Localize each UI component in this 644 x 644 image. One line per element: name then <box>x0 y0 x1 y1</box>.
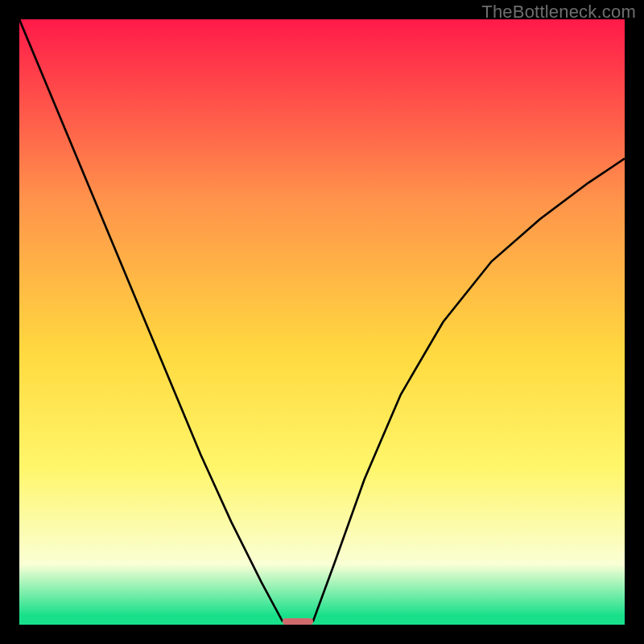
plot-area <box>19 19 625 625</box>
optimal-marker <box>283 618 313 625</box>
curves-layer <box>19 19 625 625</box>
left-curve <box>19 19 283 621</box>
right-curve <box>313 159 625 621</box>
watermark-text: TheBottleneck.com <box>481 2 636 23</box>
